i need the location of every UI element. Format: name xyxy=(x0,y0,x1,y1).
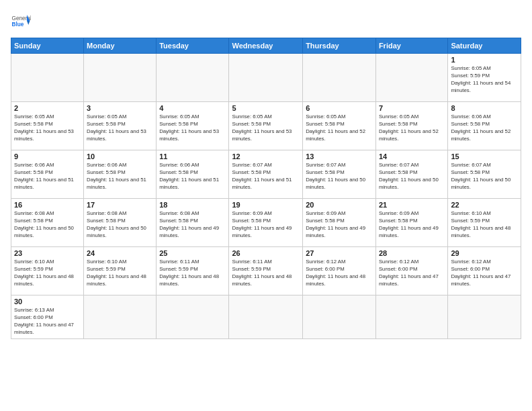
day-number: 14 xyxy=(379,152,445,161)
day-number: 9 xyxy=(14,152,81,161)
day-info: Sunrise: 6:09 AMSunset: 5:58 PMDaylight:… xyxy=(306,210,373,240)
day-number: 22 xyxy=(451,201,518,209)
day-number: 8 xyxy=(451,104,518,112)
calendar-cell: 26Sunrise: 6:11 AMSunset: 5:59 PMDayligh… xyxy=(229,247,303,295)
day-info: Sunrise: 6:10 AMSunset: 5:59 PMDaylight:… xyxy=(14,259,81,288)
calendar: SundayMondayTuesdayWednesdayThursdayFrid… xyxy=(11,38,521,339)
calendar-cell: 12Sunrise: 6:07 AMSunset: 5:58 PMDayligh… xyxy=(229,150,303,199)
calendar-cell: 13Sunrise: 6:07 AMSunset: 5:58 PMDayligh… xyxy=(303,150,376,199)
calendar-cell: 20Sunrise: 6:09 AMSunset: 5:58 PMDayligh… xyxy=(303,199,376,247)
calendar-cell: 19Sunrise: 6:09 AMSunset: 5:58 PMDayligh… xyxy=(229,199,303,247)
day-number: 10 xyxy=(87,152,153,161)
day-info: Sunrise: 6:05 AMSunset: 5:58 PMDaylight:… xyxy=(87,113,153,143)
day-info: Sunrise: 6:05 AMSunset: 5:58 PMDaylight:… xyxy=(306,113,373,143)
day-info: Sunrise: 6:05 AMSunset: 5:59 PMDaylight:… xyxy=(451,65,518,95)
calendar-cell xyxy=(11,54,84,102)
day-info: Sunrise: 6:05 AMSunset: 5:58 PMDaylight:… xyxy=(14,113,81,143)
day-info: Sunrise: 6:12 AMSunset: 6:00 PMDaylight:… xyxy=(379,259,445,288)
day-header-wednesday: Wednesday xyxy=(229,38,303,54)
calendar-cell xyxy=(229,295,303,339)
calendar-cell: 28Sunrise: 6:12 AMSunset: 6:00 PMDayligh… xyxy=(375,247,447,295)
day-number: 6 xyxy=(306,104,373,112)
day-number: 3 xyxy=(87,104,153,112)
calendar-cell: 14Sunrise: 6:07 AMSunset: 5:58 PMDayligh… xyxy=(375,150,447,199)
calendar-cell xyxy=(84,295,157,339)
day-header-saturday: Saturday xyxy=(448,38,521,54)
day-number: 30 xyxy=(14,298,81,306)
day-info: Sunrise: 6:10 AMSunset: 5:59 PMDaylight:… xyxy=(87,259,153,288)
calendar-cell: 23Sunrise: 6:10 AMSunset: 5:59 PMDayligh… xyxy=(11,247,84,295)
day-number: 29 xyxy=(451,249,518,257)
day-info: Sunrise: 6:06 AMSunset: 5:58 PMDaylight:… xyxy=(451,113,518,143)
day-header-friday: Friday xyxy=(375,38,447,54)
day-number: 18 xyxy=(159,201,226,209)
calendar-cell: 21Sunrise: 6:09 AMSunset: 5:58 PMDayligh… xyxy=(375,199,447,247)
calendar-cell xyxy=(375,54,447,102)
day-info: Sunrise: 6:08 AMSunset: 5:58 PMDaylight:… xyxy=(14,210,81,240)
calendar-cell: 30Sunrise: 6:13 AMSunset: 6:00 PMDayligh… xyxy=(11,295,84,339)
day-info: Sunrise: 6:05 AMSunset: 5:58 PMDaylight:… xyxy=(159,113,226,143)
day-number: 27 xyxy=(306,249,373,257)
calendar-cell: 6Sunrise: 6:05 AMSunset: 5:58 PMDaylight… xyxy=(303,102,376,150)
calendar-cell: 1Sunrise: 6:05 AMSunset: 5:59 PMDaylight… xyxy=(448,54,521,102)
calendar-cell: 18Sunrise: 6:08 AMSunset: 5:58 PMDayligh… xyxy=(157,199,229,247)
calendar-cell: 11Sunrise: 6:06 AMSunset: 5:58 PMDayligh… xyxy=(157,150,229,199)
calendar-cell: 8Sunrise: 6:06 AMSunset: 5:58 PMDaylight… xyxy=(448,102,521,150)
day-info: Sunrise: 6:12 AMSunset: 6:00 PMDaylight:… xyxy=(306,259,373,288)
day-info: Sunrise: 6:09 AMSunset: 5:58 PMDaylight:… xyxy=(379,210,445,240)
day-number: 4 xyxy=(159,104,226,112)
svg-text:Blue: Blue xyxy=(12,21,24,28)
day-number: 12 xyxy=(232,152,300,161)
calendar-cell: 15Sunrise: 6:07 AMSunset: 5:58 PMDayligh… xyxy=(448,150,521,199)
calendar-cell: 2Sunrise: 6:05 AMSunset: 5:58 PMDaylight… xyxy=(11,102,84,150)
day-number: 15 xyxy=(451,152,518,161)
calendar-cell xyxy=(448,295,521,339)
day-number: 7 xyxy=(379,104,445,112)
svg-marker-3 xyxy=(27,21,30,25)
day-info: Sunrise: 6:06 AMSunset: 5:58 PMDaylight:… xyxy=(87,162,153,191)
calendar-cell: 29Sunrise: 6:12 AMSunset: 6:00 PMDayligh… xyxy=(448,247,521,295)
day-number: 24 xyxy=(87,249,153,257)
calendar-cell: 16Sunrise: 6:08 AMSunset: 5:58 PMDayligh… xyxy=(11,199,84,247)
day-header-monday: Monday xyxy=(84,38,157,54)
calendar-cell: 10Sunrise: 6:06 AMSunset: 5:58 PMDayligh… xyxy=(84,150,157,199)
calendar-cell: 4Sunrise: 6:05 AMSunset: 5:58 PMDaylight… xyxy=(157,102,229,150)
calendar-cell: 22Sunrise: 6:10 AMSunset: 5:59 PMDayligh… xyxy=(448,199,521,247)
day-number: 2 xyxy=(14,104,81,112)
calendar-cell xyxy=(229,54,303,102)
day-info: Sunrise: 6:09 AMSunset: 5:58 PMDaylight:… xyxy=(232,210,300,240)
day-info: Sunrise: 6:06 AMSunset: 5:58 PMDaylight:… xyxy=(14,162,81,191)
calendar-cell: 7Sunrise: 6:05 AMSunset: 5:58 PMDaylight… xyxy=(375,102,447,150)
day-info: Sunrise: 6:05 AMSunset: 5:58 PMDaylight:… xyxy=(379,113,445,143)
day-number: 20 xyxy=(306,201,373,209)
day-header-thursday: Thursday xyxy=(303,38,376,54)
calendar-cell: 27Sunrise: 6:12 AMSunset: 6:00 PMDayligh… xyxy=(303,247,376,295)
day-info: Sunrise: 6:12 AMSunset: 6:00 PMDaylight:… xyxy=(451,259,518,288)
day-number: 26 xyxy=(232,249,300,257)
day-info: Sunrise: 6:08 AMSunset: 5:58 PMDaylight:… xyxy=(159,210,226,240)
calendar-cell: 25Sunrise: 6:11 AMSunset: 5:59 PMDayligh… xyxy=(157,247,229,295)
day-info: Sunrise: 6:08 AMSunset: 5:58 PMDaylight:… xyxy=(87,210,153,240)
day-info: Sunrise: 6:07 AMSunset: 5:58 PMDaylight:… xyxy=(379,162,445,191)
calendar-cell xyxy=(157,54,229,102)
calendar-cell: 9Sunrise: 6:06 AMSunset: 5:58 PMDaylight… xyxy=(11,150,84,199)
day-number: 16 xyxy=(14,201,81,209)
logo: General Blue xyxy=(11,11,31,31)
day-number: 23 xyxy=(14,249,81,257)
day-number: 11 xyxy=(159,152,226,161)
day-header-tuesday: Tuesday xyxy=(157,38,229,54)
day-number: 28 xyxy=(379,249,445,257)
calendar-cell: 24Sunrise: 6:10 AMSunset: 5:59 PMDayligh… xyxy=(84,247,157,295)
day-info: Sunrise: 6:07 AMSunset: 5:58 PMDaylight:… xyxy=(306,162,373,191)
day-info: Sunrise: 6:11 AMSunset: 5:59 PMDaylight:… xyxy=(232,259,300,288)
day-number: 21 xyxy=(379,201,445,209)
calendar-cell xyxy=(375,295,447,339)
day-info: Sunrise: 6:05 AMSunset: 5:58 PMDaylight:… xyxy=(232,113,300,143)
day-info: Sunrise: 6:11 AMSunset: 5:59 PMDaylight:… xyxy=(159,259,226,288)
day-number: 17 xyxy=(87,201,153,209)
calendar-cell: 5Sunrise: 6:05 AMSunset: 5:58 PMDaylight… xyxy=(229,102,303,150)
day-info: Sunrise: 6:13 AMSunset: 6:00 PMDaylight:… xyxy=(14,307,81,336)
calendar-cell xyxy=(303,54,376,102)
day-info: Sunrise: 6:07 AMSunset: 5:58 PMDaylight:… xyxy=(451,162,518,191)
calendar-cell: 3Sunrise: 6:05 AMSunset: 5:58 PMDaylight… xyxy=(84,102,157,150)
